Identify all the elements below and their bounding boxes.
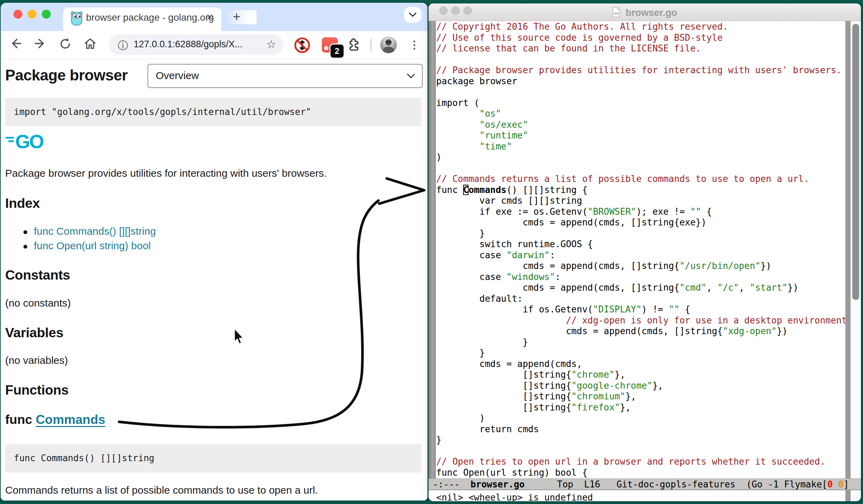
url-bar[interactable]: ⓘ 127.0.0.1:62888/gopls/X... ☆ xyxy=(109,34,283,55)
index-link[interactable]: func Open(url string) bool xyxy=(34,240,151,251)
functions-heading: Functions xyxy=(5,382,69,398)
svg-text:GO: GO xyxy=(614,12,619,15)
tab-strip: browser package - golang.org ✕ + xyxy=(1,3,428,31)
back-button[interactable] xyxy=(8,37,23,53)
toolbar-separator xyxy=(370,39,372,52)
extension-noscroll-button[interactable] xyxy=(294,37,311,54)
go-logo: GO xyxy=(5,130,57,153)
macos-minimize-button[interactable] xyxy=(28,10,37,19)
gopher-favicon-icon xyxy=(71,11,83,27)
index-heading: Index xyxy=(5,196,40,211)
extension-badge: 2 xyxy=(329,43,345,59)
tab-close-icon[interactable]: ✕ xyxy=(203,11,216,23)
import-code-block: import "golang.org/x/tools/gopls/interna… xyxy=(5,98,421,126)
person-photo-icon xyxy=(380,37,397,53)
variables-heading: Variables xyxy=(5,325,64,340)
emacs-window: GO browser.go // Copyright 2016 The Go A… xyxy=(429,3,861,501)
func-commands-heading: func Commands xyxy=(5,413,105,427)
emacs-right-pane-sliver xyxy=(851,21,861,501)
reload-button[interactable] xyxy=(57,37,73,53)
extension-red-dot xyxy=(324,46,328,50)
overview-select[interactable]: Overview xyxy=(147,64,423,88)
package-description: Package browser provides utilities for i… xyxy=(5,167,327,179)
puzzle-piece-icon xyxy=(345,37,361,53)
emacs-titlebar[interactable]: GO browser.go xyxy=(429,3,861,21)
svg-text:GO: GO xyxy=(15,130,44,152)
bookmark-star-icon[interactable]: ☆ xyxy=(266,38,276,51)
extension-red-button[interactable]: 2 xyxy=(322,37,338,52)
func-signature: func Commands() [][]string xyxy=(14,453,154,463)
chevron-down-icon xyxy=(409,12,416,17)
new-tab-button[interactable]: + xyxy=(229,9,244,25)
emacs-window-title: browser.go xyxy=(626,7,677,18)
emacs-modeline: -:--- browser.go Top L16 Git-doc-gopls-f… xyxy=(429,478,861,490)
macos-close-button[interactable] xyxy=(13,10,22,19)
package-doc-page: Package browser Overview import "golang.… xyxy=(1,59,428,501)
emacs-window-divider[interactable] xyxy=(845,21,851,501)
commands-link[interactable]: Commands xyxy=(36,413,105,427)
browser-toolbar: ⓘ 127.0.0.1:62888/gopls/X... ☆ 2 xyxy=(1,31,428,59)
extensions-menu-button[interactable] xyxy=(345,37,361,53)
page-title: Package browser xyxy=(5,67,127,84)
site-info-icon[interactable]: ⓘ xyxy=(118,39,128,53)
index-link[interactable]: func Commands() [][]string xyxy=(34,225,156,237)
chrome-window: browser package - golang.org ✕ + xyxy=(1,3,428,501)
index-list-item: func Commands() [][]string xyxy=(21,225,156,240)
url-text[interactable]: 127.0.0.1:62888/gopls/X... xyxy=(134,39,242,50)
func-keyword: func xyxy=(5,413,36,427)
emacs-code-area[interactable]: // Copyright 2016 The Go Authors. All ri… xyxy=(436,21,846,478)
forward-button[interactable] xyxy=(32,37,48,53)
overview-select-value: Overview xyxy=(156,70,199,81)
profile-avatar[interactable] xyxy=(380,37,397,53)
index-link-list: func Commands() [][]stringfunc Open(url … xyxy=(21,225,156,254)
browser-tab[interactable]: browser package - golang.org ✕ xyxy=(63,8,221,31)
no-scroll-icon xyxy=(294,37,311,54)
go-file-icon: GO xyxy=(612,7,621,19)
tab-search-button[interactable] xyxy=(404,7,421,23)
forward-arrow-icon xyxy=(34,37,47,50)
constants-heading: Constants xyxy=(5,268,70,283)
no-variables-text: (no variables) xyxy=(5,355,68,366)
emacs-left-scrollbar[interactable] xyxy=(429,21,436,478)
func-signature-block: func Commands() [][]string xyxy=(5,444,421,473)
back-arrow-icon xyxy=(9,37,22,50)
home-icon xyxy=(84,37,97,50)
no-constants-text: (no constants) xyxy=(5,297,71,309)
chrome-menu-button[interactable]: ⋮ xyxy=(408,37,421,53)
index-list-item: func Open(url string) bool xyxy=(21,240,156,254)
reload-icon xyxy=(59,37,72,50)
func-description: Commands returns a list of possible comm… xyxy=(5,484,318,496)
home-button[interactable] xyxy=(82,37,98,53)
import-code: import "golang.org/x/tools/gopls/interna… xyxy=(14,107,311,117)
select-chevron-icon xyxy=(407,74,415,79)
macos-zoom-button[interactable] xyxy=(42,10,51,19)
emacs-echo-area: <nil> <wheel-up> is undefined xyxy=(436,492,593,501)
emacs-right-scrollbar-thumb[interactable] xyxy=(852,24,859,300)
